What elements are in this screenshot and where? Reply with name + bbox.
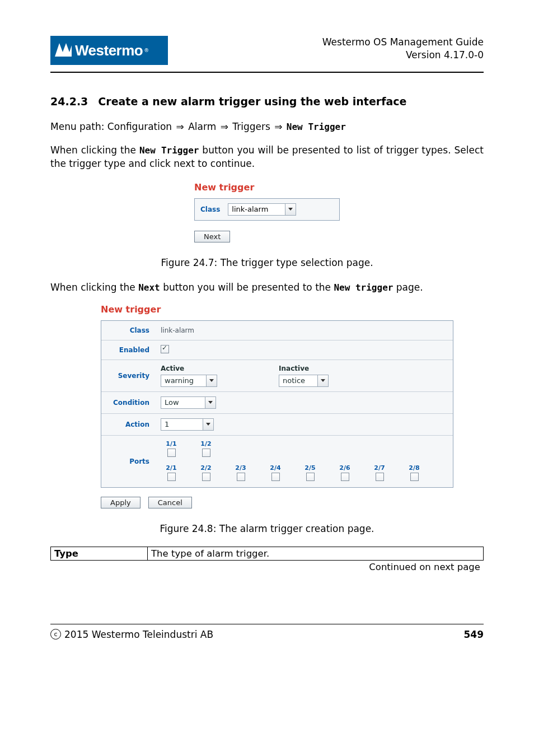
section-title: Create a new alarm trigger using the web… bbox=[98, 95, 406, 108]
page-number: 549 bbox=[464, 629, 484, 640]
enabled-row-label: Enabled bbox=[101, 340, 155, 360]
svg-marker-4 bbox=[208, 401, 213, 404]
port-checkbox-1-2[interactable] bbox=[202, 449, 210, 457]
port-header: 2/1 bbox=[163, 464, 180, 472]
trigger-config-table: Class link-alarm Enabled Severity Active bbox=[101, 320, 453, 488]
port-checkbox-1-1[interactable] bbox=[167, 449, 176, 457]
fig1-panel-title: New trigger bbox=[194, 182, 340, 193]
chevron-down-icon bbox=[206, 375, 217, 387]
figure-1-panel: New trigger Class link-alarm Next bbox=[194, 182, 340, 242]
action-row-label: Action bbox=[101, 415, 155, 434]
figure-2-panel: New trigger Class link-alarm Enabled Sev… bbox=[101, 304, 453, 508]
port-header: 1/1 bbox=[163, 440, 180, 447]
port-checkbox-2-7[interactable] bbox=[376, 473, 384, 481]
action-dropdown[interactable]: 1 bbox=[161, 418, 214, 431]
footer-rule bbox=[50, 624, 484, 624]
westermo-logo-text: Westermo bbox=[75, 42, 143, 59]
section-number: 24.2.3 bbox=[50, 95, 88, 108]
chevron-down-icon bbox=[285, 203, 296, 216]
apply-button[interactable]: Apply bbox=[101, 497, 140, 508]
type-value-cell: The type of alarm trigger. bbox=[148, 547, 484, 560]
port-checkbox-2-6[interactable] bbox=[341, 473, 349, 481]
header-rule bbox=[50, 72, 484, 73]
port-header: 2/5 bbox=[302, 464, 318, 472]
port-checkbox-2-1[interactable] bbox=[167, 473, 176, 481]
class-row-value: link-alarm bbox=[155, 322, 453, 339]
svg-marker-1 bbox=[288, 208, 293, 211]
class-row-label: Class bbox=[101, 321, 155, 340]
type-label-cell: Type bbox=[51, 547, 148, 560]
section-heading: 24.2.3Create a new alarm trigger using t… bbox=[50, 95, 484, 108]
header-title-block: Westermo OS Management Guide Version 4.1… bbox=[322, 36, 484, 62]
westermo-logo: Westermo ® bbox=[50, 36, 168, 65]
port-checkbox-2-8[interactable] bbox=[410, 473, 419, 481]
svg-marker-2 bbox=[209, 379, 214, 382]
port-checkbox-2-5[interactable] bbox=[306, 473, 315, 481]
figure-2-caption: Figure 24.8: The alarm trigger creation … bbox=[50, 523, 484, 534]
chevron-down-icon bbox=[203, 418, 214, 431]
menu-path-line: Menu path: Configuration ⇒ Alarm ⇒ Trigg… bbox=[50, 120, 484, 134]
ports-row-label: Ports bbox=[101, 452, 155, 471]
page-footer: c 2015 Westermo Teleindustri AB 549 bbox=[50, 629, 484, 640]
copyright-icon: c bbox=[50, 629, 61, 640]
registered-mark: ® bbox=[144, 48, 149, 53]
class-dropdown[interactable]: link-alarm bbox=[228, 203, 296, 216]
copyright-text: 2015 Westermo Teleindustri AB bbox=[64, 629, 213, 640]
svg-marker-0 bbox=[55, 43, 72, 57]
paragraph-1: When clicking the New Trigger button you… bbox=[50, 143, 484, 171]
class-label: Class bbox=[200, 206, 220, 213]
severity-inactive-dropdown[interactable]: notice bbox=[279, 375, 329, 387]
guide-version: Version 4.17.0-0 bbox=[322, 49, 484, 62]
port-checkbox-2-4[interactable] bbox=[271, 473, 280, 481]
westermo-logo-icon bbox=[55, 41, 72, 60]
type-description-table: Type The type of alarm trigger. bbox=[50, 547, 484, 561]
class-dropdown-value: link-alarm bbox=[228, 203, 285, 216]
condition-dropdown[interactable]: Low bbox=[161, 396, 216, 409]
cancel-button[interactable]: Cancel bbox=[148, 497, 192, 508]
svg-marker-3 bbox=[321, 379, 325, 382]
port-header: 1/2 bbox=[198, 440, 214, 447]
condition-row-label: Condition bbox=[101, 393, 155, 412]
enabled-checkbox[interactable] bbox=[161, 345, 169, 353]
severity-inactive-label: Inactive bbox=[279, 365, 329, 372]
ports-grid: 1/1 1/2 2/1 2/2 2/3 2/4 2/5 2/6 2/ bbox=[155, 436, 453, 487]
chevron-down-icon bbox=[317, 375, 329, 387]
fig2-panel-title: New trigger bbox=[101, 304, 453, 315]
figure-1-caption: Figure 24.7: The trigger type selection … bbox=[50, 257, 484, 268]
port-header: 2/3 bbox=[232, 464, 249, 472]
port-header: 2/7 bbox=[371, 464, 388, 472]
next-button[interactable]: Next bbox=[194, 231, 230, 242]
severity-row-label: Severity bbox=[101, 366, 155, 385]
guide-title: Westermo OS Management Guide bbox=[322, 36, 484, 49]
port-checkbox-2-3[interactable] bbox=[237, 473, 245, 481]
severity-active-label: Active bbox=[161, 365, 217, 372]
port-header: 2/4 bbox=[267, 464, 284, 472]
svg-marker-5 bbox=[206, 423, 210, 426]
severity-active-dropdown[interactable]: warning bbox=[161, 375, 217, 387]
port-header: 2/2 bbox=[198, 464, 214, 472]
paragraph-2: When clicking the Next button you will b… bbox=[50, 281, 484, 295]
port-header: 2/6 bbox=[336, 464, 353, 472]
port-checkbox-2-2[interactable] bbox=[202, 473, 210, 481]
class-select-box: Class link-alarm bbox=[194, 198, 340, 221]
chevron-down-icon bbox=[205, 396, 216, 409]
port-header: 2/8 bbox=[406, 464, 423, 472]
continued-note: Continued on next page bbox=[50, 561, 484, 573]
